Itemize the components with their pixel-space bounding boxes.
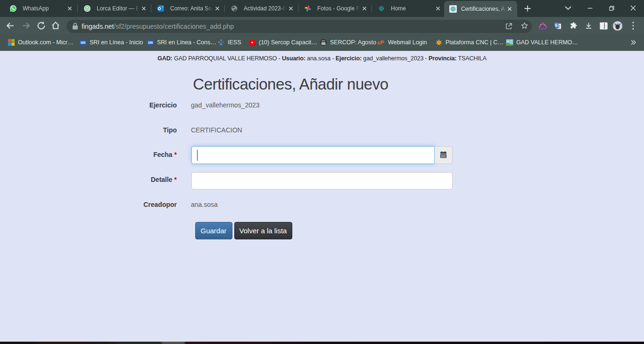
svg-text:m: m bbox=[322, 41, 326, 46]
svg-text:SRI: SRI bbox=[148, 41, 153, 44]
svg-text:cP: cP bbox=[378, 40, 384, 45]
svg-text:SRI: SRI bbox=[81, 41, 86, 44]
